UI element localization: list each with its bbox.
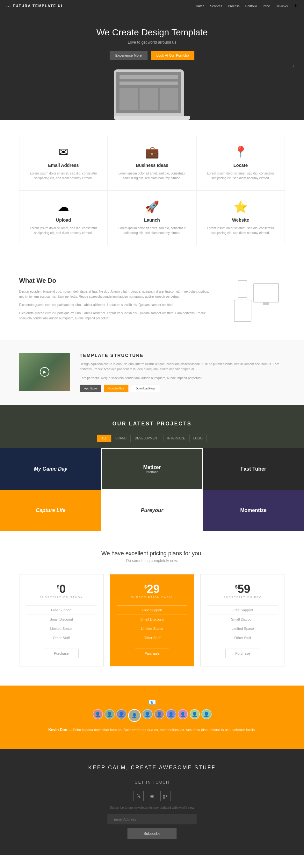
hero-section: We Create Design Template Love to get wo… [0, 11, 304, 120]
purchase-pro-button[interactable]: Purchase [225, 649, 260, 658]
filter-development[interactable]: DEVELOPMENT [131, 435, 163, 442]
project-pureyour-inner: Pureyour [141, 507, 163, 513]
locate-icon: 📍 [203, 146, 278, 159]
appstore-button[interactable]: App Store [80, 385, 101, 392]
hero-arrow-icon[interactable]: › [292, 62, 295, 69]
price-label-pro: SUBSCRIPTION PRO [207, 596, 278, 599]
feature-item: Limited Space [117, 624, 188, 633]
project-fast-tuber-inner: Fast Tuber [241, 466, 266, 472]
website-icon: ⭐ [203, 200, 278, 214]
instagram-icon[interactable]: ◉ [147, 791, 157, 801]
testimonial-author: Kevin Doe [49, 727, 67, 732]
what-we-do-section: What We Do Design equidem blique id duo,… [0, 261, 304, 340]
nav-portfolio[interactable]: Portfolio [245, 4, 257, 8]
nav-services[interactable]: Services [210, 4, 222, 8]
screen-grid [120, 88, 178, 110]
feature-item: Small Discount [207, 615, 278, 624]
pricing-grid: $0 SUBSCRIPTION STUDY Free Support Small… [19, 574, 285, 666]
project-pureyour-title: Pureyour [141, 507, 163, 513]
filter-logo[interactable]: LOGO [189, 435, 207, 442]
hero-buttons: Experience More Look At Our Portfolio [6, 51, 298, 60]
device-mockups-container [227, 277, 285, 322]
filter-all[interactable]: ALL [97, 435, 111, 442]
twitter-icon[interactable]: 𝕏 [133, 791, 144, 801]
footer-subscribe-text: Subscribe to our newsletter to stay upda… [19, 806, 285, 809]
filter-brand[interactable]: BRAND [111, 435, 131, 442]
feature-email-title: Email Address [26, 163, 101, 168]
project-metizer-title: Metizer [143, 465, 161, 470]
projects-section: OUR LATEST PROJECTS ALL BRAND DEVELOPMEN… [0, 405, 304, 531]
projects-content: OUR LATEST PROJECTS ALL BRAND DEVELOPMEN… [0, 421, 304, 531]
email-input[interactable] [108, 814, 196, 825]
project-pureyour[interactable]: Pureyour [101, 490, 203, 531]
screen-block-2 [140, 88, 158, 110]
project-metizer-inner: Metizer Interface [143, 465, 161, 474]
project-fast-tuber[interactable]: Fast Tuber [203, 448, 304, 490]
avatar-2: 👤 [104, 709, 115, 719]
pricing-card-pro: $59 SUBSCRIPTION PRO Free Support Small … [201, 574, 285, 666]
laptop [114, 69, 184, 116]
brand: ... FUTURA TEMPLATE UI [6, 4, 63, 8]
quote-icon: 📧 [19, 698, 285, 706]
screen-bar-1 [120, 75, 178, 79]
price-amount-pro: $59 [207, 582, 278, 596]
tablet-mockup [234, 300, 251, 322]
price-amount-study: $0 [26, 582, 97, 596]
project-my-game-day[interactable]: My Game Day [0, 448, 101, 490]
avatar-4: 👤 [143, 709, 153, 719]
experience-more-button[interactable]: Experience More [110, 51, 148, 60]
project-metizer[interactable]: Metizer Interface [101, 448, 203, 490]
features-grid: ✉ Email Address Lorem ipsum dolor sit am… [19, 136, 285, 245]
testimonial-avatars: 👤 👤 👤 👤 👤 👤 👤 👤 👤 👤 [19, 709, 285, 722]
testimonial-section: 📧 👤 👤 👤 👤 👤 👤 👤 👤 👤 👤 Kevin Doe — Enim i… [0, 686, 304, 749]
purchase-study-button[interactable]: Purchase [44, 649, 79, 658]
filter-bar: ALL BRAND DEVELOPMENT INTERFACE LOGO [0, 435, 304, 442]
device-mockups [234, 280, 279, 322]
avatar-9: 👤 [202, 709, 212, 719]
feature-item: Other Stuff [117, 633, 188, 642]
feature-upload-desc: Lorem ipsum dolor sit amet, sad dio, con… [26, 226, 101, 235]
feature-item: Limited Space [26, 624, 97, 633]
pricing-section: We have excellent pricing plans for you.… [0, 531, 304, 686]
project-momentize[interactable]: Momentize [203, 490, 304, 531]
subscribe-button[interactable]: Subscribe [127, 828, 176, 839]
screen-block-1 [120, 88, 138, 110]
purchase-basic-button[interactable]: Purchase [135, 649, 169, 658]
play-button[interactable]: ▶ [40, 367, 50, 377]
googleplay-button[interactable]: Google Play [104, 385, 128, 392]
pricing-subtitle: Do something completely new. [19, 558, 285, 563]
feature-business: 💼 Business Ideas Lorem ipsum dolor sit a… [108, 136, 196, 190]
template-structure-section: ▶ TEMPLATE STRUCTURE Design equidem bliq… [0, 340, 304, 405]
get-in-touch-label: GET IN TOUCH [19, 780, 285, 784]
feature-item: Small Discount [26, 615, 97, 624]
footer-tagline: KEEP CALM, CREATE AWESOME STUFF [19, 765, 285, 771]
project-capture-life[interactable]: Capture Life [0, 490, 101, 531]
project-capture-life-title: Capture Life [36, 507, 65, 513]
pyramid-image: ▶ [19, 353, 70, 391]
portfolio-button[interactable]: Look At Our Portfolio [151, 51, 195, 60]
projects-heading: OUR LATEST PROJECTS [0, 421, 304, 427]
monitor-mockup [253, 283, 279, 303]
feature-email-desc: Lorem ipsum dolor sit amet, sad dio, con… [26, 171, 101, 181]
what-we-do-p2: Dico ornta graeco eum cu, pathique ex lu… [19, 303, 215, 308]
google-plus-icon[interactable]: g+ [160, 791, 171, 801]
nav-reviews[interactable]: Reviews [276, 4, 288, 8]
nav-process[interactable]: Process [228, 4, 240, 8]
price-amount-basic: $29 [117, 582, 188, 596]
feature-item: Free Support [26, 605, 97, 615]
project-momentize-title: Momentize [240, 507, 267, 513]
what-we-do-p3: Dico ornta graeco eum cu, pathique ex lu… [19, 311, 215, 321]
what-we-do-content: What We Do Design equidem blique id duo,… [19, 277, 215, 324]
filter-interface[interactable]: INTERFACE [163, 435, 189, 442]
nav-home[interactable]: Home [196, 4, 205, 8]
pricing-card-basic: $29 SUBSCRIPTION BASIC Free Support Smal… [110, 574, 194, 666]
ts-content: TEMPLATE STRUCTURE Design equidem blique… [80, 353, 285, 392]
download-button[interactable]: Download Now [131, 385, 160, 392]
laptop-base [114, 116, 190, 120]
avatar-featured: 👤 [128, 709, 141, 722]
testimonial-em: — [68, 728, 73, 732]
feature-item: Limited Space [207, 624, 278, 633]
price-features-basic: Free Support Small Discount Limited Spac… [117, 605, 188, 642]
feature-upload: ☁ Upload Lorem ipsum dolor sit amet, sad… [19, 190, 108, 245]
nav-price[interactable]: Price [263, 4, 270, 8]
